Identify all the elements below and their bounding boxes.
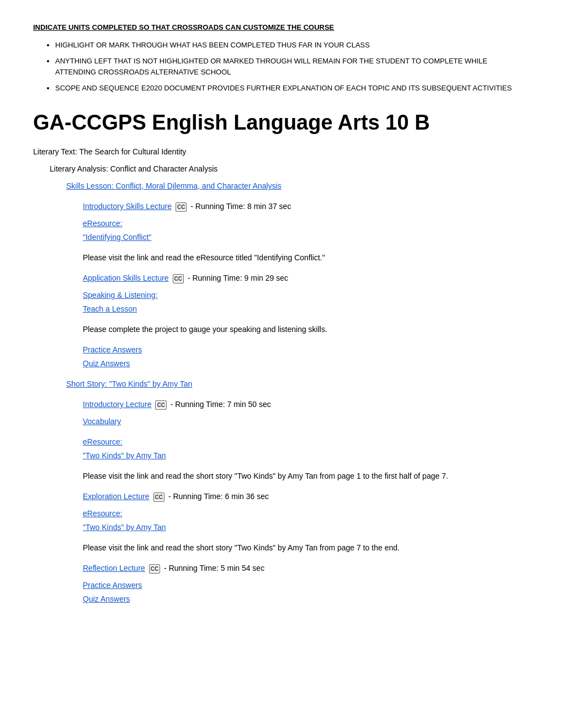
eresource2-sub-link[interactable]: "Two Kinds" by Amy Tan <box>83 451 166 460</box>
introductory-lecture-link[interactable]: Introductory Lecture <box>83 400 152 409</box>
exploration-lecture-line: Exploration Lecture CC - Running Time: 6… <box>83 491 530 502</box>
literary-text-line: Literary Text: The Search for Cultural I… <box>33 146 530 158</box>
vocabulary-link[interactable]: Vocabulary <box>83 417 121 426</box>
skills-lesson-link[interactable]: Skills Lesson: Conflict, Moral Dilemma, … <box>66 181 282 190</box>
eresource1-sub-link[interactable]: "Identifying Conflict" <box>83 233 151 242</box>
exploration-runtime: - Running Time: 6 min 36 sec <box>168 492 269 501</box>
teach-lesson-link[interactable]: Teach a Lesson <box>83 304 137 313</box>
quiz-answers-line-2: Quiz Answers <box>83 593 530 605</box>
notice-list: HIGHLIGHT OR MARK THROUGH WHAT HAS BEEN … <box>33 40 530 94</box>
notice-item-2: ANYTHING LEFT THAT IS NOT HIGHLIGHTED OR… <box>55 56 530 77</box>
eresource2-plain-text: Please visit the link and read the short… <box>83 470 530 482</box>
quiz-answers-link-2[interactable]: Quiz Answers <box>83 595 130 603</box>
exploration-lecture-link[interactable]: Exploration Lecture <box>83 492 150 501</box>
notice-item-1: HIGHLIGHT OR MARK THROUGH WHAT HAS BEEN … <box>55 40 530 51</box>
eresource3-plain-text: Please visit the link and read the short… <box>83 542 530 554</box>
introductory-skills-lecture-link[interactable]: Introductory Skills Lecture <box>83 202 172 211</box>
cc-badge-4: CC <box>153 493 164 502</box>
practice-answers-line-1: Practice Answers <box>83 344 530 356</box>
eresource2-sub-line: "Two Kinds" by Amy Tan <box>83 450 530 462</box>
eresource1-line: eResource: <box>83 218 530 229</box>
practice-answers-link-2[interactable]: Practice Answers <box>83 581 142 590</box>
top-notice: INDICATE UNITS COMPLETED SO THAT CROSSRO… <box>33 22 530 94</box>
content-area: Literary Text: The Search for Cultural I… <box>33 146 530 605</box>
literary-analysis-label: Literary Analysis: Conflict and Characte… <box>50 164 217 173</box>
introductory-skills-lecture-line: Introductory Skills Lecture CC - Running… <box>83 201 530 212</box>
teach-lesson-line: Teach a Lesson <box>83 303 530 315</box>
eresource3-sub-link[interactable]: "Two Kinds" by Amy Tan <box>83 523 166 532</box>
application-skills-lecture-line: Application Skills Lecture CC - Running … <box>83 272 530 284</box>
intro-lecture-runtime: - Running Time: 7 min 50 sec <box>171 400 271 409</box>
reflection-runtime: - Running Time: 5 min 54 sec <box>164 564 264 572</box>
eresource2-line: eResource: <box>83 436 530 448</box>
notice-item-3: SCOPE AND SEQUENCE e2020 DOCUMENT PROVID… <box>55 83 530 94</box>
literary-text-label: Literary Text: The Search for Cultural I… <box>33 147 186 156</box>
eresource3-line: eResource: <box>83 508 530 520</box>
short-story-line: Short Story: "Two Kinds" by Amy Tan <box>66 378 530 390</box>
eresource3-sub-line: "Two Kinds" by Amy Tan <box>83 522 530 533</box>
practice-answers-line-2: Practice Answers <box>83 580 530 591</box>
eresource1-link[interactable]: eResource: <box>83 219 123 228</box>
introductory-lecture-line: Introductory Lecture CC - Running Time: … <box>83 399 530 410</box>
skills-lesson-line: Skills Lesson: Conflict, Moral Dilemma, … <box>66 180 530 192</box>
speaking-listening-line: Speaking & Listening: <box>83 290 530 301</box>
application-skills-lecture-link[interactable]: Application Skills Lecture <box>83 274 169 282</box>
eresource3-link[interactable]: eResource: <box>83 509 123 518</box>
eresource2-link[interactable]: eResource: <box>83 437 123 446</box>
teach-lesson-plain-text: Please complete the project to gauge you… <box>83 324 530 335</box>
cc-badge-3: CC <box>155 400 166 410</box>
cc-badge-5: CC <box>149 564 160 574</box>
literary-analysis-line: Literary Analysis: Conflict and Characte… <box>50 163 530 175</box>
practice-answers-link-1[interactable]: Practice Answers <box>83 345 142 354</box>
notice-heading: INDICATE UNITS COMPLETED SO THAT CROSSRO… <box>33 22 530 33</box>
page-title: GA-CCGPS English Language Arts 10 B <box>33 110 530 136</box>
eresource1-sub-line: "Identifying Conflict" <box>83 232 530 243</box>
quiz-answers-line-1: Quiz Answers <box>83 358 530 370</box>
vocabulary-line: Vocabulary <box>83 416 530 427</box>
reflection-lecture-line: Reflection Lecture CC - Running Time: 5 … <box>83 563 530 574</box>
cc-badge-2: CC <box>173 274 184 283</box>
cc-badge-1: CC <box>176 202 187 212</box>
eresource1-plain-text: Please visit the link and read the eReso… <box>83 252 530 264</box>
reflection-lecture-link[interactable]: Reflection Lecture <box>83 564 145 572</box>
app-skills-runtime: - Running Time: 9 min 29 sec <box>188 274 288 282</box>
intro-skills-runtime: - Running Time: 8 min 37 sec <box>190 202 291 211</box>
short-story-link[interactable]: Short Story: "Two Kinds" by Amy Tan <box>66 379 192 388</box>
speaking-listening-link[interactable]: Speaking & Listening: <box>83 291 157 299</box>
quiz-answers-link-1[interactable]: Quiz Answers <box>83 359 130 368</box>
